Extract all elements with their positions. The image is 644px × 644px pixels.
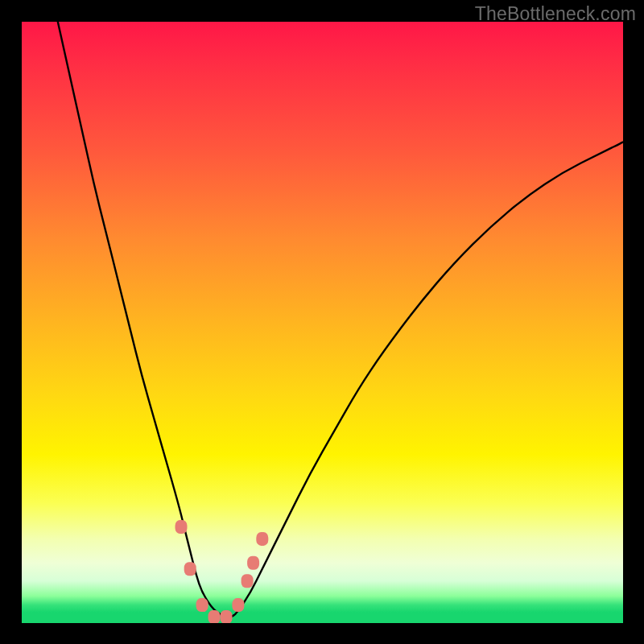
plot-area [22, 22, 623, 623]
highlight-marker [256, 532, 268, 546]
highlight-marker [221, 610, 233, 623]
watermark-text: TheBottleneck.com [475, 3, 636, 25]
highlight-marker [242, 574, 254, 588]
chart-frame: TheBottleneck.com [0, 0, 644, 644]
highlight-marker [196, 598, 208, 612]
highlight-marker [184, 562, 196, 576]
bottleneck-curve-svg [22, 22, 623, 623]
highlight-marker [232, 598, 244, 612]
curve-path-group [58, 22, 623, 617]
bottleneck-curve-path [58, 22, 623, 617]
highlight-marker [247, 556, 259, 570]
highlight-marker [175, 520, 188, 534]
highlight-marker [208, 610, 221, 623]
highlight-markers [175, 520, 269, 623]
